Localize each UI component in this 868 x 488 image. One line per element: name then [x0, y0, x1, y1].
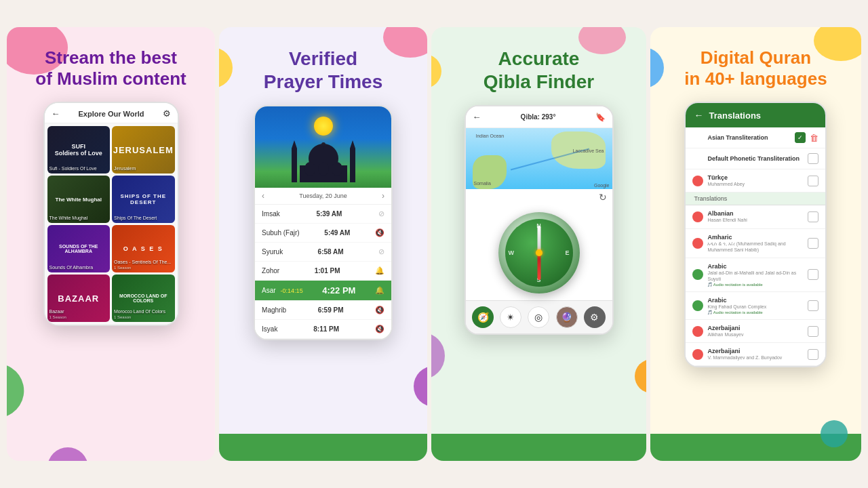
trans-row-arabic2[interactable]: Arabic King Fahad Quran Complex 🎵 Audio … — [686, 292, 825, 320]
stream-title: Stream the best of Muslim content — [35, 47, 186, 89]
trans-check-phonetic[interactable] — [808, 153, 818, 164]
trans-flag-arabic2 — [692, 300, 703, 311]
svg-point-9 — [321, 142, 326, 146]
qibla-map: Indian Ocean Somalia Laccadive Sea Googl… — [466, 128, 612, 189]
qibla-phone: ← Qibla: 293° 🔖 Indian Ocean Somalia Lac… — [465, 105, 614, 335]
qibla-tool-dial[interactable]: ◎ — [528, 306, 549, 328]
prayer-time-maghrib: 6:59 PM — [318, 306, 344, 314]
prayer-icon-maghrib: 🔇 — [375, 306, 384, 314]
prayer-row-fajr[interactable]: Subuh (Fajr) 5:49 AM 🔇 — [255, 224, 391, 243]
sun-icon — [314, 117, 333, 136]
prayer-row-imsak[interactable]: Imsak 5:39 AM ⊘ — [255, 205, 391, 224]
deco-qibla-orange — [635, 359, 646, 393]
compass-container: N S E W — [466, 205, 612, 300]
trans-flag-azerbaijani2 — [692, 349, 703, 360]
deco-green-bottom — [219, 434, 427, 461]
video-thumb-sufi[interactable]: SUFISoldiers of Love Sufi - Soldiers Of … — [47, 126, 111, 174]
trans-flag-asian — [692, 132, 703, 143]
video-thumb-bazaar[interactable]: BAZAAR Bazaar1 Season — [47, 274, 111, 322]
trans-text-phonetic: Default Phonetic Transliteration — [707, 155, 804, 162]
trans-check-amharic[interactable] — [808, 238, 818, 249]
prayer-row-asar[interactable]: Asar -0:14:15 4:22 PM 🔔 — [255, 281, 391, 301]
video-thumb-jerusalem[interactable]: JERUSALEM Jerusalem — [112, 126, 175, 174]
back-arrow-icon[interactable]: ← — [52, 108, 60, 119]
qibla-tool-compass[interactable]: 🧭 — [472, 306, 494, 328]
prayer-name-asar: Asar — [262, 287, 276, 294]
video-thumb-alhambra[interactable]: SOUNDS OF THE ALHAMBRA Sounds Of Alhambr… — [47, 225, 111, 272]
svg-rect-1 — [292, 148, 297, 182]
compass-needle-south — [537, 253, 540, 280]
svg-point-8 — [332, 162, 342, 176]
trans-text-turkce: Türkçe Muhammed Abey — [707, 174, 804, 187]
qibla-bookmark-icon[interactable]: 🔖 — [595, 113, 606, 122]
trans-check-asian[interactable]: ✓ — [795, 132, 806, 143]
deco-qibla-purple — [431, 332, 445, 380]
qibla-tool-settings[interactable]: ⚙ — [584, 306, 606, 328]
map-label-ocean: Indian Ocean — [476, 134, 505, 138]
trans-text-arabic2: Arabic King Fahad Quran Complex 🎵 Audio … — [707, 297, 804, 314]
trans-row-azerbaijani1[interactable]: Azerbaijani Alikhan Musayev — [686, 320, 825, 343]
deco-quran-teal — [821, 420, 848, 447]
prayer-row-zohor[interactable]: Zohor 1:01 PM 🔔 — [255, 262, 391, 281]
deco-green-left — [7, 364, 28, 422]
prayer-panel: Verified Prayer Times — [219, 27, 427, 461]
svg-rect-3 — [350, 148, 355, 182]
prayer-row-maghrib[interactable]: Maghrib 6:59 PM 🔇 — [255, 301, 391, 320]
trans-check-arabic1[interactable] — [808, 269, 818, 280]
qibla-header-title: Qibla: 293° — [521, 113, 556, 121]
trans-row-asian[interactable]: Asian Transliteration ✓ 🗑 — [686, 127, 825, 148]
compass-dot — [536, 249, 542, 256]
prayer-name-imsak: Imsak — [262, 210, 280, 218]
mosque-svg — [279, 135, 368, 182]
trans-row-phonetic[interactable]: Default Phonetic Transliteration — [686, 148, 825, 169]
deco-qibla-yellow — [431, 54, 441, 88]
trans-check-turkce[interactable] — [808, 176, 818, 186]
trans-flag-albanian — [692, 211, 703, 222]
prev-date-btn[interactable]: ‹ — [262, 191, 264, 201]
trans-flag-azerbaijani1 — [692, 326, 703, 337]
trans-row-arabic1[interactable]: Arabic Jalal ad-Din al-Mahalli and Jalal… — [686, 258, 825, 292]
video-grid: SUFISoldiers of Love Sufi - Soldiers Of … — [45, 123, 178, 325]
trans-text-arabic1: Arabic Jalal ad-Din al-Mahalli and Jalal… — [707, 263, 804, 287]
translations-section-label: Translations — [686, 192, 825, 205]
prayer-hero — [255, 106, 391, 188]
video-thumb-ships[interactable]: SHIPS OF THE DESERT Ships Of The Desert — [112, 176, 175, 223]
deco-quran-blue — [650, 47, 664, 88]
trans-check-azerbaijani1[interactable] — [808, 326, 818, 337]
trans-check-albanian[interactable] — [808, 211, 818, 222]
prayer-icon-asar: 🔔 — [375, 286, 384, 295]
qibla-tool-star[interactable]: ✴ — [500, 306, 521, 328]
trans-row-turkce[interactable]: Türkçe Muhammed Abey — [686, 169, 825, 192]
trans-check-arabic2[interactable] — [808, 300, 818, 311]
prayer-icon-fajr: 🔇 — [375, 228, 384, 237]
deco-yellow — [219, 47, 233, 88]
map-label-asia: Laccadive Sea — [573, 148, 604, 153]
stream-panel: Stream the best of Muslim content ← Expl… — [7, 27, 215, 461]
quran-back-icon[interactable]: ← — [694, 110, 703, 121]
qibla-refresh-bar: ↻ — [466, 189, 612, 205]
quran-panel: Digital Quran in 40+ languages ← Transla… — [650, 27, 861, 461]
prayer-row-isyak[interactable]: Isyak 8:11 PM 🔇 — [255, 320, 391, 339]
map-label-africa: Somalia — [474, 181, 491, 186]
trans-row-albanian[interactable]: Albanian Hasan Efendi Nahi — [686, 205, 825, 228]
quran-phone-header: ← Translations — [686, 103, 825, 127]
trans-text-amharic: Amharic አዲስ & ጎ, አ/ሪ (Muhammed Sadiq and… — [707, 234, 804, 253]
prayer-row-syuruk[interactable]: Syuruk 6:58 AM ⊘ — [255, 243, 391, 262]
trans-row-amharic[interactable]: Amharic አዲስ & ጎ, አ/ሪ (Muhammed Sadiq and… — [686, 229, 825, 258]
trans-row-azerbaijani2[interactable]: Azerbaijani V. Mammadaliyev and Z. Bunya… — [686, 343, 825, 366]
next-date-btn[interactable]: › — [382, 191, 384, 201]
video-thumb-oases[interactable]: O A S E S Oases - Sentinels Of The...1 S… — [112, 225, 175, 272]
qibla-toolbar: 🧭 ✴ ◎ 🔮 ⚙ — [466, 300, 612, 333]
trans-delete-asian[interactable]: 🗑 — [810, 133, 818, 143]
prayer-time-asar: 4:22 PM — [322, 285, 355, 296]
trans-check-azerbaijani2[interactable] — [808, 349, 818, 360]
refresh-icon[interactable]: ↻ — [599, 192, 607, 203]
video-thumb-morocco[interactable]: MOROCCO LAND OF COLORS Morocco Land Of C… — [112, 274, 175, 322]
video-thumb-mughal[interactable]: The White Mughal The White Mughal — [47, 176, 111, 223]
prayer-icon-syuruk: ⊘ — [378, 247, 384, 256]
qibla-back-icon[interactable]: ← — [473, 112, 481, 122]
translations-list: Asian Transliteration ✓ 🗑 Default Phonet… — [686, 127, 825, 366]
qibla-tool-brown[interactable]: 🔮 — [556, 306, 578, 328]
prayer-date-bar: ‹ Tuesday, 20 June › — [255, 188, 391, 205]
menu-icon[interactable]: ⚙ — [163, 108, 171, 119]
